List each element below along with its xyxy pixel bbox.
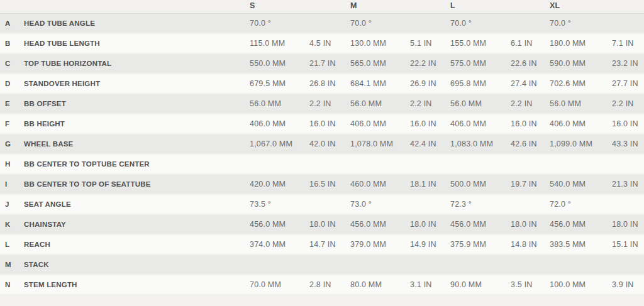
row-label: BB HEIGHT <box>24 120 250 128</box>
row-letter: J <box>0 200 24 208</box>
row-value: 406.0 MM <box>550 119 612 128</box>
row-value: 42.6 IN <box>511 139 550 148</box>
row-letter: G <box>0 140 24 148</box>
row-label: STANDOVER HEIGHT <box>24 80 250 87</box>
row-value: 2.2 IN <box>309 99 350 108</box>
row-value: 26.9 IN <box>410 79 450 88</box>
table-row: K CHAINSTAY 456.0 MM 18.0 IN 456.0 MM 18… <box>0 215 644 235</box>
row-value: 16.0 IN <box>309 119 350 128</box>
row-value: 70.0 MM <box>250 280 309 289</box>
table-row: E BB OFFSET 56.0 MM 2.2 IN 56.0 MM 2.2 I… <box>0 94 644 114</box>
row-label: BB CENTER TO TOP OF SEATTUBE <box>24 180 250 188</box>
row-value: 43.3 IN <box>612 139 644 148</box>
row-value: 550.0 MM <box>250 59 309 68</box>
table-row: C TOP TUBE HORIZONTAL 550.0 MM 21.7 IN 5… <box>0 54 644 74</box>
row-value: 72.0 ° <box>550 200 612 209</box>
row-value: 456.0 MM <box>450 220 511 229</box>
table-row: B HEAD TUBE LENGTH 115.0 MM 4.5 IN 130.0… <box>0 34 644 54</box>
row-label: CHAINSTAY <box>24 221 250 228</box>
row-value: 3.1 IN <box>410 280 450 289</box>
row-value: 73.0 ° <box>350 200 410 209</box>
row-value: 3.5 IN <box>511 280 550 289</box>
row-value: 18.0 IN <box>511 220 550 229</box>
table-row: M STACK <box>0 255 644 275</box>
row-value: 19.7 IN <box>511 180 550 189</box>
row-letter: M <box>0 261 24 268</box>
row-label: STEM LENGTH <box>24 281 250 288</box>
row-value: 420.0 MM <box>250 180 309 189</box>
row-value: 679.5 MM <box>250 79 309 88</box>
row-value: 16.0 IN <box>612 119 644 128</box>
table-row: I BB CENTER TO TOP OF SEATTUBE 420.0 MM … <box>0 175 644 195</box>
row-value: 575.0 MM <box>450 59 511 68</box>
size-header-m: M <box>350 1 410 10</box>
row-value: 4.5 IN <box>309 39 350 48</box>
row-value: 100.0 MM <box>550 280 612 289</box>
row-value: 590.0 MM <box>550 59 612 68</box>
row-value: 70.0 ° <box>350 19 410 28</box>
row-value: 72.3 ° <box>450 200 511 209</box>
row-value: 2.8 IN <box>309 280 350 289</box>
row-value: 15.1 IN <box>612 240 644 249</box>
table-row: N STEM LENGTH 70.0 MM 2.8 IN 80.0 MM 3.1… <box>0 275 644 295</box>
row-value: 16.0 IN <box>410 119 450 128</box>
row-value: 22.6 IN <box>511 59 550 68</box>
size-header-xl: XL <box>550 1 612 10</box>
row-value: 130.0 MM <box>350 39 410 48</box>
row-value: 406.0 MM <box>350 119 410 128</box>
row-value: 3.9 IN <box>612 280 644 289</box>
size-header-s: S <box>250 1 309 10</box>
row-label: SEAT ANGLE <box>24 200 250 208</box>
row-value: 18.1 IN <box>410 180 450 189</box>
row-value: 56.0 MM <box>250 99 309 108</box>
row-value: 42.4 IN <box>410 139 450 148</box>
row-value: 2.2 IN <box>612 99 644 108</box>
row-value: 42.0 IN <box>309 139 350 148</box>
row-value: 1,067.0 MM <box>250 139 309 148</box>
row-label: STACK <box>24 261 250 268</box>
row-value: 70.0 ° <box>550 19 612 28</box>
row-value: 456.0 MM <box>250 220 309 229</box>
table-row: G WHEEL BASE 1,067.0 MM 42.0 IN 1,078.0 … <box>0 134 644 155</box>
row-value: 406.0 MM <box>250 119 309 128</box>
row-value: 90.0 MM <box>450 280 511 289</box>
row-value: 456.0 MM <box>550 220 612 229</box>
table-row: J SEAT ANGLE 73.5 ° 73.0 ° 72.3 ° 72.0 ° <box>0 195 644 215</box>
row-value: 456.0 MM <box>350 220 410 229</box>
row-letter: I <box>0 180 24 188</box>
row-value: 27.7 IN <box>612 79 644 88</box>
row-letter: N <box>0 281 24 288</box>
row-label: REACH <box>24 241 250 248</box>
row-value: 14.8 IN <box>511 240 550 249</box>
table-row: A HEAD TUBE ANGLE 70.0 ° 70.0 ° 70.0 ° 7… <box>0 14 644 34</box>
row-value: 702.6 MM <box>550 79 612 88</box>
row-value: 1,083.0 MM <box>450 139 511 148</box>
row-value: 1,099.0 MM <box>550 139 612 148</box>
row-value: 18.0 IN <box>612 220 644 229</box>
row-letter: E <box>0 100 24 107</box>
row-value: 16.0 IN <box>511 119 550 128</box>
row-value: 383.5 MM <box>550 240 612 249</box>
row-value: 14.7 IN <box>309 240 350 249</box>
table-row: D STANDOVER HEIGHT 679.5 MM 26.8 IN 684.… <box>0 74 644 94</box>
row-letter: H <box>0 160 24 168</box>
row-value: 1,078.0 MM <box>350 139 410 148</box>
row-value: 684.1 MM <box>350 79 410 88</box>
row-label: WHEEL BASE <box>24 140 250 148</box>
row-value: 6.1 IN <box>511 39 550 48</box>
row-value: 70.0 ° <box>450 19 511 28</box>
row-value: 14.9 IN <box>410 240 450 249</box>
row-label: BB OFFSET <box>24 100 250 107</box>
row-value: 16.5 IN <box>309 180 350 189</box>
row-value: 22.2 IN <box>410 59 450 68</box>
geometry-table: S M L XL A HEAD TUBE ANGLE 70.0 ° 70.0 °… <box>0 0 644 295</box>
row-value: 23.2 IN <box>612 59 644 68</box>
row-label: TOP TUBE HORIZONTAL <box>24 60 250 67</box>
row-value: 375.9 MM <box>450 240 511 249</box>
row-label: HEAD TUBE ANGLE <box>24 19 250 27</box>
row-letter: D <box>0 80 24 87</box>
row-value: 21.7 IN <box>309 59 350 68</box>
row-letter: C <box>0 60 24 67</box>
row-letter: F <box>0 120 24 128</box>
row-letter: K <box>0 221 24 228</box>
